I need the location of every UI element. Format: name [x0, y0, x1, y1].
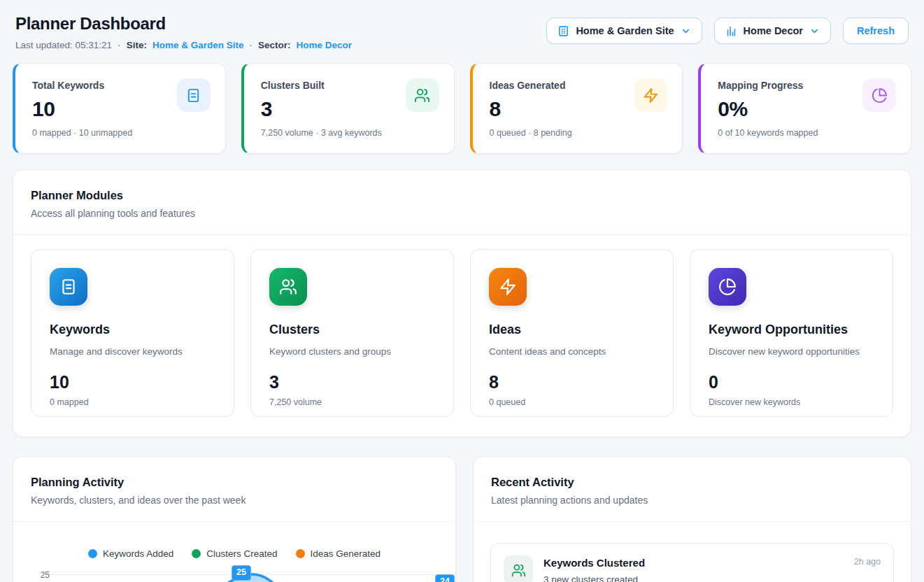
module-title: Ideas — [489, 322, 655, 337]
modules-subtitle: Access all planning tools and features — [31, 208, 893, 219]
lightning-icon — [634, 78, 667, 112]
module-description: Keyword clusters and groups — [269, 346, 435, 357]
stat-sub: 0 of 10 keywords mapped — [718, 128, 894, 138]
page-title: Planner Dashboard — [15, 14, 352, 34]
module-value: 3 — [269, 372, 435, 392]
users-icon — [504, 555, 533, 582]
divider — [474, 521, 911, 522]
sector-selector-dropdown[interactable]: Home Decor — [714, 17, 831, 44]
document-icon — [177, 78, 211, 112]
refresh-button[interactable]: Refresh — [843, 17, 909, 44]
lightning-icon — [489, 268, 527, 306]
site-selector-dropdown[interactable]: Home & Garden Site — [546, 17, 702, 44]
module-card-clusters[interactable]: Clusters Keyword clusters and groups 3 7… — [250, 249, 454, 417]
data-point-label-25: 25 — [232, 565, 251, 581]
chevron-down-icon — [681, 26, 691, 36]
planning-activity-subtitle: Keywords, clusters, and ideas over the p… — [31, 495, 438, 506]
planning-activity-header: Planning Activity Keywords, clusters, an… — [13, 457, 455, 521]
activity-item-keywords-clustered: Keywords Clustered 3 new clusters create… — [490, 543, 894, 582]
planning-activity-title: Planning Activity — [31, 476, 438, 489]
sector-label: Sector: — [258, 40, 291, 50]
modules-title: Planner Modules — [31, 189, 893, 202]
dot-separator: · — [249, 40, 253, 50]
stat-card-ideas-generated: Ideas Generated 8 0 queued · 8 pending — [470, 63, 683, 154]
divider — [13, 521, 455, 522]
stat-sub: 0 mapped · 10 unmapped — [32, 128, 208, 138]
activity-body: Keywords Clustered 3 new clusters create… — [543, 555, 844, 582]
site-label: Site: — [127, 40, 147, 50]
pie-chart-icon — [862, 78, 896, 112]
module-card-keywords[interactable]: Keywords Manage and discover keywords 10… — [31, 249, 234, 417]
building-icon — [557, 25, 569, 37]
stat-card-mapping-progress: Mapping Progress 0% 0 of 10 keywords map… — [698, 63, 911, 154]
module-title: Keyword Opportunities — [709, 322, 874, 337]
activity-line-chart: 25 25 24 — [13, 559, 455, 582]
site-selector-value: Home & Garden Site — [576, 25, 674, 36]
module-sub: 7,250 volume — [269, 397, 435, 407]
module-description: Discover new keyword opportunities — [709, 346, 874, 357]
last-updated-text: Last updated: 05:31:21 — [15, 40, 112, 50]
document-icon — [50, 268, 87, 306]
users-icon — [269, 268, 307, 306]
activity-timestamp: 2h ago — [854, 557, 881, 582]
stats-row: Total Keywords 10 0 mapped · 10 unmapped… — [13, 63, 911, 154]
stat-card-clusters-built: Clusters Built 3 7,250 volume · 3 avg ke… — [241, 63, 455, 154]
pie-chart-icon — [709, 268, 746, 306]
recent-activity-header: Recent Activity Latest planning actions … — [474, 457, 911, 521]
module-sub: Discover new keywords — [709, 397, 874, 407]
module-value: 10 — [50, 372, 215, 392]
users-icon — [406, 78, 439, 112]
module-description: Content ideas and concepts — [489, 346, 655, 357]
bar-chart-icon — [725, 25, 737, 37]
sector-selector-value: Home Decor — [744, 25, 803, 36]
y-axis-tick: 25 — [33, 570, 50, 580]
module-description: Manage and discover keywords — [50, 346, 215, 357]
dot-separator: · — [118, 40, 121, 50]
module-title: Clusters — [269, 322, 435, 337]
stat-card-total-keywords: Total Keywords 10 0 mapped · 10 unmapped — [13, 63, 226, 154]
site-link[interactable]: Home & Garden Site — [152, 40, 244, 50]
module-value: 8 — [489, 372, 655, 392]
planner-dashboard-page: Planner Dashboard Last updated: 05:31:21… — [0, 0, 924, 582]
bottom-row: Planning Activity Keywords, clusters, an… — [13, 456, 911, 582]
header-left: Planner Dashboard Last updated: 05:31:21… — [15, 14, 352, 50]
module-title: Keywords — [50, 322, 215, 337]
module-sub: 0 mapped — [50, 397, 215, 407]
sector-link[interactable]: Home Decor — [296, 40, 352, 50]
planning-activity-panel: Planning Activity Keywords, clusters, an… — [13, 456, 456, 582]
activity-description: 3 new clusters created — [543, 574, 844, 582]
activity-title: Keywords Clustered — [543, 557, 844, 569]
recent-activity-title: Recent Activity — [491, 476, 893, 489]
recent-activity-subtitle: Latest planning actions and updates — [491, 495, 893, 506]
stat-sub: 7,250 volume · 3 avg keywords — [261, 128, 437, 138]
data-point-label-24: 24 — [435, 574, 455, 582]
recent-activity-panel: Recent Activity Latest planning actions … — [473, 456, 911, 582]
page-header: Planner Dashboard Last updated: 05:31:21… — [13, 14, 911, 50]
planner-modules-panel: Planner Modules Access all planning tool… — [13, 169, 911, 437]
module-card-ideas[interactable]: Ideas Content ideas and concepts 8 0 que… — [470, 249, 674, 417]
module-sub: 0 queued — [489, 397, 655, 407]
modules-grid: Keywords Manage and discover keywords 10… — [13, 235, 911, 436]
stat-sub: 0 queued · 8 pending — [490, 128, 666, 138]
modules-panel-header: Planner Modules Access all planning tool… — [13, 170, 911, 234]
chevron-down-icon — [809, 26, 820, 36]
module-value: 0 — [709, 372, 874, 392]
page-subheader: Last updated: 05:31:21 · Site: Home & Ga… — [15, 40, 352, 50]
header-actions: Home & Garden Site Home Decor Refresh — [546, 17, 909, 44]
module-card-keyword-opportunities[interactable]: Keyword Opportunities Discover new keywo… — [690, 249, 893, 417]
